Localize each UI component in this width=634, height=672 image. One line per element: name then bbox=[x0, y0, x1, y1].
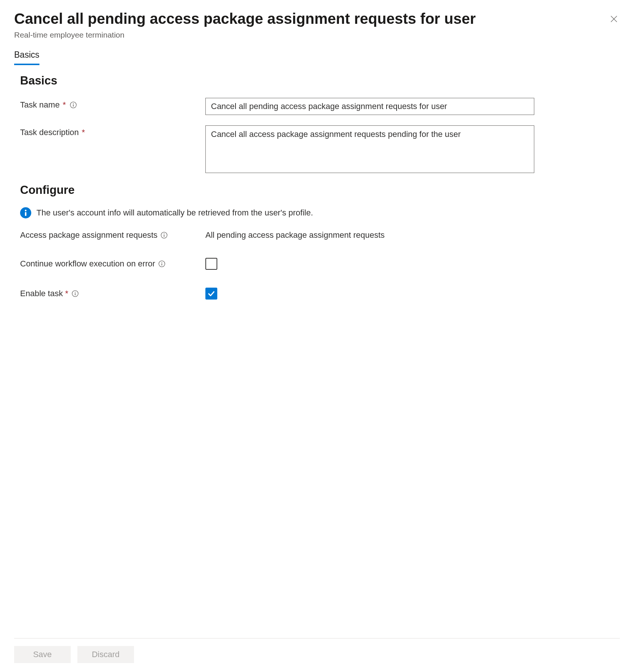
save-button[interactable]: Save bbox=[14, 646, 71, 663]
required-asterisk: * bbox=[63, 100, 66, 110]
enable-task-label-text: Enable task bbox=[20, 289, 63, 298]
page-subtitle: Real-time employee termination bbox=[14, 31, 620, 39]
task-name-input[interactable] bbox=[205, 98, 534, 115]
info-icon[interactable] bbox=[70, 101, 77, 109]
info-banner-text: The user's account info will automatical… bbox=[36, 208, 313, 218]
info-icon[interactable] bbox=[158, 260, 166, 268]
required-asterisk: * bbox=[82, 128, 85, 137]
info-icon bbox=[20, 207, 31, 218]
info-icon[interactable] bbox=[71, 290, 79, 297]
info-icon[interactable] bbox=[160, 231, 168, 239]
discard-button[interactable]: Discard bbox=[77, 646, 134, 663]
task-description-input[interactable] bbox=[205, 125, 534, 173]
tab-basics[interactable]: Basics bbox=[14, 50, 39, 65]
svg-point-3 bbox=[73, 103, 74, 104]
enable-task-checkbox[interactable] bbox=[205, 288, 217, 300]
svg-rect-7 bbox=[25, 212, 26, 216]
access-package-requests-label: Access package assignment requests bbox=[20, 230, 205, 240]
close-icon bbox=[609, 15, 618, 25]
panel-content: Basics Task name * Task description * bbox=[14, 74, 620, 638]
tab-strip: Basics bbox=[14, 50, 620, 65]
svg-point-6 bbox=[25, 209, 27, 211]
svg-point-9 bbox=[164, 233, 164, 234]
task-description-label-text: Task description bbox=[20, 128, 79, 137]
access-package-requests-value: All pending access package assignment re… bbox=[205, 230, 385, 240]
page-title: Cancel all pending access package assign… bbox=[14, 9, 620, 28]
enable-task-label: Enable task * bbox=[20, 289, 205, 298]
field-row-task-description: Task description * bbox=[20, 125, 620, 173]
continue-on-error-checkbox[interactable] bbox=[205, 258, 217, 270]
panel-header: Cancel all pending access package assign… bbox=[14, 9, 620, 39]
section-heading-configure: Configure bbox=[20, 183, 620, 197]
panel-footer: Save Discard bbox=[14, 638, 620, 672]
task-name-label-text: Task name bbox=[20, 100, 60, 110]
close-button[interactable] bbox=[608, 13, 620, 25]
task-edit-panel: Cancel all pending access package assign… bbox=[0, 0, 634, 672]
continue-on-error-label-text: Continue workflow execution on error bbox=[20, 259, 155, 269]
required-asterisk: * bbox=[65, 289, 68, 298]
task-description-label: Task description * bbox=[20, 125, 205, 137]
section-heading-basics: Basics bbox=[20, 74, 620, 87]
access-package-requests-label-text: Access package assignment requests bbox=[20, 230, 157, 240]
continue-on-error-label: Continue workflow execution on error bbox=[20, 259, 205, 269]
task-name-label: Task name * bbox=[20, 98, 205, 110]
field-row-task-name: Task name * bbox=[20, 98, 620, 115]
field-row-continue-on-error: Continue workflow execution on error bbox=[20, 258, 620, 270]
info-banner: The user's account info will automatical… bbox=[20, 207, 620, 218]
svg-point-12 bbox=[161, 262, 162, 263]
field-row-enable-task: Enable task * bbox=[20, 288, 620, 300]
field-row-access-package-requests: Access package assignment requests All p… bbox=[20, 230, 620, 240]
svg-point-15 bbox=[75, 292, 76, 292]
